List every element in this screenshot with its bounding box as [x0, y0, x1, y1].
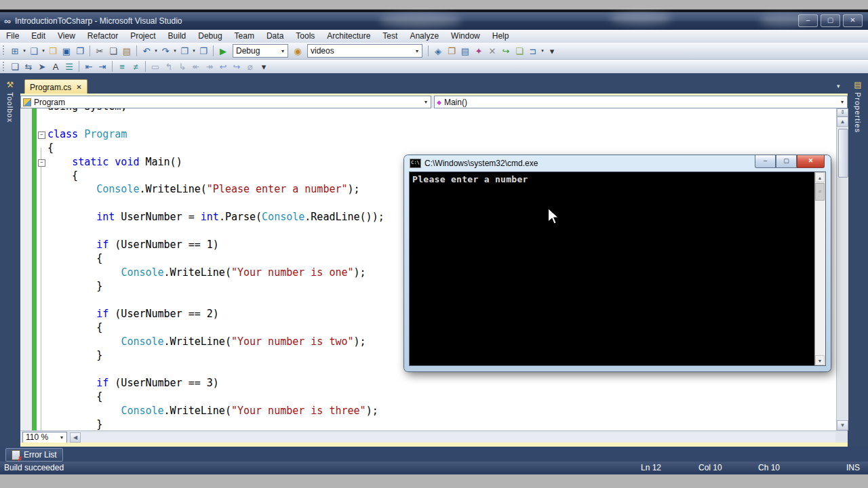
copy-icon[interactable]: ❏: [107, 45, 119, 57]
find-combo[interactable]: videos▾: [307, 44, 422, 58]
properties-tab[interactable]: ▤ Properties: [848, 73, 868, 133]
save-all-icon[interactable]: ❐: [74, 45, 86, 57]
console-maximize-button[interactable]: ▢: [776, 155, 797, 168]
redo-icon[interactable]: ↷: [159, 45, 172, 57]
dropdown-arrow-icon[interactable]: ▾: [41, 48, 46, 54]
quick-info-icon[interactable]: ➤: [36, 61, 48, 73]
immediate-window-icon[interactable]: ↪: [500, 45, 512, 57]
prev-bookmark-folder-icon[interactable]: ↞: [190, 61, 202, 73]
tab-list-chevron-icon[interactable]: ▾: [837, 83, 840, 89]
menu-item-data[interactable]: Data: [260, 30, 290, 43]
open-file-icon[interactable]: ❒: [47, 45, 59, 57]
start-page-icon[interactable]: ❏: [513, 45, 526, 57]
uncomment-icon[interactable]: ≠: [130, 61, 142, 73]
undo-icon[interactable]: ↶: [140, 45, 153, 57]
save-icon[interactable]: ▣: [60, 45, 73, 57]
menu-item-build[interactable]: Build: [162, 30, 193, 43]
menu-item-team[interactable]: Team: [229, 30, 260, 43]
menu-item-test[interactable]: Test: [376, 30, 403, 43]
command-window-icon[interactable]: ⊐: [527, 45, 539, 57]
solution-configurations-dropdown[interactable]: Debug▾: [233, 44, 288, 58]
scroll-left-icon[interactable]: ◀: [70, 432, 81, 443]
comment-icon[interactable]: ≡: [116, 61, 128, 73]
object-browser-icon[interactable]: ✦: [473, 45, 485, 57]
dropdown-arrow-icon[interactable]: ▾: [421, 99, 431, 105]
menu-item-analyze[interactable]: Analyze: [403, 30, 445, 43]
code-line[interactable]: class Program: [47, 127, 827, 141]
toggle-bookmark-icon[interactable]: ▭: [149, 61, 161, 73]
decrease-indent-icon[interactable]: ⇤: [83, 61, 95, 73]
collapse-method-icon[interactable]: −: [38, 159, 45, 167]
code-line[interactable]: }: [47, 418, 827, 430]
dropdown-arrow-icon[interactable]: ▾: [191, 48, 197, 54]
dropdown-arrow-icon[interactable]: ▾: [837, 99, 847, 105]
toolbar-overflow-icon[interactable]: ▾: [546, 45, 558, 57]
members-dropdown[interactable]: ◆ Main() ▾: [434, 96, 848, 108]
dropdown-arrow-icon[interactable]: ▾: [278, 48, 288, 54]
dropdown-arrow-icon[interactable]: ▾: [172, 48, 178, 54]
types-dropdown[interactable]: Program ▾: [20, 96, 431, 108]
restore-button[interactable]: ▢: [821, 14, 840, 27]
console-scroll-up-icon[interactable]: ▲: [815, 172, 825, 182]
cut-icon[interactable]: ✂: [94, 45, 106, 57]
next-bookmark-doc-icon[interactable]: ↪: [231, 61, 243, 73]
zoom-dropdown[interactable]: 110 % ▾: [22, 432, 67, 443]
find-symbol-icon[interactable]: ◈: [432, 45, 444, 57]
tab-close-icon[interactable]: ✕: [76, 83, 81, 91]
code-line[interactable]: Console.WriteLine("Your number is three"…: [47, 404, 827, 418]
console-scrollbar[interactable]: ▲ ≡ ▼: [814, 172, 825, 365]
dropdown-arrow-icon[interactable]: ▾: [412, 48, 422, 54]
menu-item-tools[interactable]: Tools: [290, 30, 321, 43]
console-minimize-button[interactable]: –: [755, 155, 776, 168]
toolbox-icon[interactable]: ✕: [486, 45, 498, 57]
code-line[interactable]: [47, 113, 827, 127]
collapse-class-icon[interactable]: −: [38, 131, 45, 139]
clear-bookmarks-icon[interactable]: ⌀: [244, 61, 256, 73]
menu-item-debug[interactable]: Debug: [192, 30, 228, 43]
menu-item-refactor[interactable]: Refactor: [81, 30, 124, 43]
console-scroll-down-icon[interactable]: ▼: [815, 355, 825, 365]
split-window-handle[interactable]: ⇕: [837, 108, 848, 117]
solution-explorer-icon[interactable]: ❐: [446, 45, 458, 57]
toolbar-grip[interactable]: [2, 45, 5, 57]
menu-item-project[interactable]: Project: [124, 30, 161, 43]
horizontal-scroll-track[interactable]: [81, 432, 835, 443]
parameter-info-icon[interactable]: ⇆: [22, 61, 35, 73]
toolbar-overflow-icon[interactable]: ▾: [258, 61, 270, 73]
scroll-up-icon[interactable]: ▲: [837, 117, 848, 127]
code-line[interactable]: if (UserNumber == 3): [47, 376, 827, 390]
paste-icon[interactable]: ▤: [121, 45, 133, 57]
member-list-icon[interactable]: ❏: [9, 61, 21, 73]
breakpoint-margin[interactable]: [20, 108, 32, 430]
new-project-icon[interactable]: ⊞: [9, 45, 21, 57]
code-line[interactable]: {: [47, 390, 827, 403]
menu-item-edit[interactable]: Edit: [25, 30, 52, 43]
dropdown-arrow-icon[interactable]: ▾: [153, 48, 159, 54]
increase-indent-icon[interactable]: ⇥: [96, 61, 108, 73]
error-list-button[interactable]: ✗ Error List: [5, 448, 63, 462]
toolbar-grip[interactable]: [2, 62, 5, 71]
menu-item-help[interactable]: Help: [486, 30, 515, 43]
next-bookmark-folder-icon[interactable]: ↠: [203, 61, 216, 73]
console-scroll-thumb[interactable]: ≡: [815, 183, 825, 201]
console-output-area[interactable]: Please enter a number ▲ ≡ ▼: [409, 171, 826, 366]
start-debug-icon[interactable]: ▶: [217, 45, 229, 57]
properties-window-icon[interactable]: ▤: [459, 45, 471, 57]
console-close-button[interactable]: ✕: [797, 155, 825, 168]
add-item-icon[interactable]: ❑: [28, 45, 40, 57]
code-line[interactable]: {: [47, 141, 827, 155]
outline-list-icon[interactable]: ☰: [63, 61, 75, 73]
code-line[interactable]: using System;: [47, 108, 827, 113]
menu-item-architecture[interactable]: Architecture: [321, 30, 376, 43]
navigate-forward-icon[interactable]: ❐: [197, 45, 210, 57]
dropdown-arrow-icon[interactable]: ▾: [540, 48, 545, 54]
menu-item-view[interactable]: View: [52, 30, 81, 43]
minimize-button[interactable]: –: [798, 14, 818, 27]
dropdown-arrow-icon[interactable]: ▾: [22, 48, 27, 54]
dropdown-arrow-icon[interactable]: ▾: [57, 434, 66, 441]
next-bookmark-icon[interactable]: ↳: [176, 61, 189, 73]
scroll-down-icon[interactable]: ▼: [837, 420, 848, 430]
navigate-backward-icon[interactable]: ❐: [178, 45, 191, 57]
menu-item-file[interactable]: File: [0, 30, 25, 43]
prev-bookmark-icon[interactable]: ↰: [163, 61, 175, 73]
